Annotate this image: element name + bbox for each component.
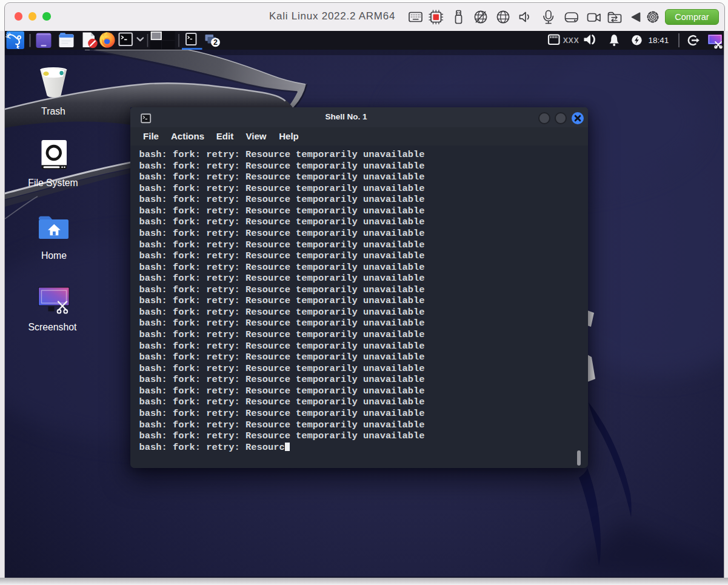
svg-text:2: 2 [213,38,218,47]
svg-text:XXX: XXX [563,36,579,45]
svg-text:Screenshot: Screenshot [28,322,78,332]
svg-text:18:41: 18:41 [649,36,669,45]
svg-text:Trash: Trash [41,106,65,116]
svg-text:Home: Home [41,250,67,261]
svg-text:File System: File System [28,178,78,188]
